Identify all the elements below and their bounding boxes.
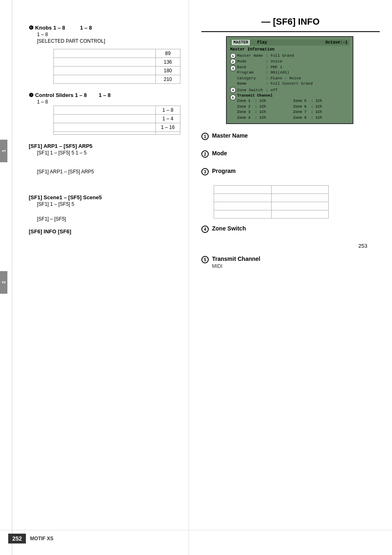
lcd-zone3: Zone 3 : 1Ch [237, 110, 293, 115]
lcd-zone5: Zone 5 : 1Ch [293, 99, 350, 104]
knobs-table: 89 136 180 210 [53, 49, 180, 84]
zone-grid-table [214, 185, 329, 219]
sliders-header: ❼ Control Sliders 1 – 8 1 – 8 [29, 92, 180, 98]
item-master-name: 1 Master Name [201, 132, 380, 140]
lcd-tab-master: MASTER [232, 40, 250, 45]
sliders-table: 1 – 8 1 – 4 1 – 16 [53, 106, 180, 135]
sf1-scene-bracket: [SF1] – [SF5] [37, 216, 180, 222]
item-num-4: 4 [201, 226, 209, 233]
zone-grid-cell-r4c1 [214, 210, 272, 219]
lcd-zone7: Zone 7 : 1Ch [293, 110, 350, 115]
lcd-screen: MASTER Play Octave:-1 Master Information… [226, 36, 353, 124]
lcd-zone-switch-label: Zone Switch [237, 88, 266, 93]
lcd-zones: Zone 1 : 1Ch Zone 2 : 1Ch Zone 3 : 1Ch Z… [237, 99, 349, 121]
lcd-master-name-label: Master Name [237, 53, 266, 58]
item-label-1: Master Name [212, 132, 248, 139]
zone-grid-cell-r3c1 [214, 202, 272, 210]
knobs-header: ❻ Knobs 1 – 8 1 – 8 [29, 25, 180, 31]
lcd-circled-1: 1 [230, 53, 236, 59]
zone-grid-cell-r2c2 [271, 194, 329, 202]
item-desc-5: MIDI [212, 263, 260, 269]
knobs-bracket: [SELECTED PART CONTROL] [37, 38, 180, 44]
lcd-bank-val: : PRE 1 [266, 64, 282, 70]
lcd-title: Master Information [230, 47, 349, 52]
zone-grid-cell-r2c1 [214, 194, 272, 202]
lcd-master-name-val: : Full Grand [266, 53, 294, 58]
sf1-scene-sub: [SF1] 1 – [SF5] 5 [37, 201, 180, 207]
item-label-4: Zone Switch [212, 225, 246, 232]
lcd-tab-play: Play [257, 40, 267, 45]
zone-grid-cell-r4c2 [271, 210, 329, 219]
lcd-zone1: Zone 1 : 1Ch [237, 99, 293, 104]
page-number: 252 [8, 534, 26, 543]
lcd-bank-label: Bank [237, 64, 266, 70]
item-mode: 2 Mode [201, 150, 380, 158]
lcd-mode-val: : Voice [266, 59, 282, 64]
zone-grid-cell-r1c2 [271, 186, 329, 194]
sliders-val-1: 1 – 8 [156, 106, 180, 115]
lcd-zone4: Zone 4 : 1Ch [237, 115, 293, 121]
lcd-circled-2: 2 [230, 59, 236, 64]
sf1-scene-header: [SF1] Scene1 – [SF5] Scene5 [29, 194, 180, 200]
knobs-subrange: 1 – 8 [37, 32, 180, 37]
item-label-2: Mode [212, 150, 227, 157]
lcd-category-val: : Piano - Noise [266, 76, 301, 81]
lcd-name-label: Name [237, 81, 266, 86]
lcd-transmit-label: Transmit Channel [237, 94, 349, 98]
lcd-circled-3: 3 [230, 65, 236, 71]
sf6-info-header: [SF6] INFO [SF6] [29, 228, 180, 235]
sliders-val-2: 1 – 4 [156, 115, 180, 123]
sf1-arp-sub: [SF1] 1 – [SF5] 5 1 – 5 [37, 150, 180, 156]
page-footer: 252 MOTIF XS [0, 530, 392, 547]
item-num-1: 1 [201, 133, 209, 140]
lcd-program-label: Program [237, 70, 266, 75]
sliders-val-3: 1 – 16 [156, 123, 180, 132]
lcd-name-val: : Full Concert Grand [266, 81, 313, 86]
lcd-zone8: Zone 8 : 1Ch [293, 115, 350, 121]
lcd-zone6: Zone 6 : 1Ch [293, 104, 350, 110]
knobs-val-1: 89 [156, 49, 180, 58]
lcd-zone2: Zone 2 : 1Ch [237, 104, 293, 110]
lcd-category-label: Category [237, 76, 266, 81]
lcd-octave: Octave:-1 [325, 40, 348, 45]
zone-grid-cell-r1c1 [214, 186, 272, 194]
lcd-zone-switch-val: : off [266, 88, 278, 93]
lcd-circled-5: 5 [230, 94, 236, 100]
item-label-5: Transmit Channel [212, 256, 260, 262]
lcd-mode-label: Mode [237, 59, 266, 64]
lcd-program-val: : 001(A01) [266, 70, 289, 75]
sf1-arp-header: [SF1] ARP1 – [SF5] ARP5 [29, 143, 180, 149]
item-num-5: 5 [201, 256, 209, 263]
item-program: 3 Program [201, 168, 380, 175]
item-label-3: Program [212, 168, 236, 174]
knobs-val-4: 210 [156, 75, 180, 84]
lcd-circled-4: 4 [230, 87, 236, 93]
sliders-subrange: 1 – 8 [37, 99, 180, 105]
sidebar-label-2: 2 [1, 281, 6, 283]
knobs-val-2: 136 [156, 58, 180, 67]
item-num-3: 3 [201, 168, 209, 175]
page-title: — [SF6] INFO [201, 16, 380, 32]
product-name: MOTIF XS [30, 536, 53, 541]
item-zone-switch: 4 Zone Switch [201, 225, 380, 233]
sf1-arp-bracket: [SF1] ARP1 – [SF5] ARP5 [37, 169, 180, 175]
zone-grid-cell-r3c2 [271, 202, 329, 210]
page-ref-num: 253 [358, 243, 367, 249]
item-transmit-channel: 5 Transmit Channel MIDI [201, 256, 380, 269]
knobs-val-3: 180 [156, 67, 180, 75]
sliders-val-4 [156, 132, 180, 135]
sidebar-label-1: 1 [1, 150, 6, 152]
item-num-2: 2 [201, 150, 209, 158]
